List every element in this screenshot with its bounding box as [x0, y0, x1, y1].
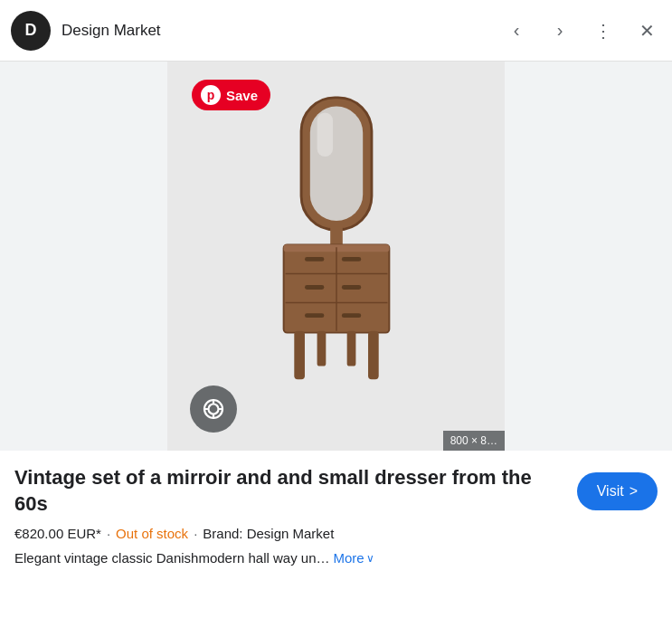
product-title-row: Vintage set of a mirroir and and small d… [14, 465, 658, 517]
svg-rect-11 [304, 285, 323, 290]
out-of-stock-status: Out of stock [116, 526, 188, 541]
product-description-text: Elegant vintage classic Danishmodern hal… [14, 550, 330, 566]
save-label: Save [226, 88, 258, 103]
meta-dot-2: · [194, 526, 197, 541]
more-link[interactable]: More ∨ [334, 550, 374, 566]
side-panel-right [505, 62, 672, 451]
pinterest-save-button[interactable]: p Save [192, 80, 270, 110]
svg-rect-15 [294, 331, 305, 380]
svg-rect-18 [368, 331, 379, 380]
svg-rect-9 [304, 257, 323, 262]
svg-point-20 [209, 404, 219, 414]
svg-rect-10 [341, 257, 360, 262]
svg-rect-13 [304, 313, 323, 318]
product-brand: Brand: Design Market [203, 526, 334, 541]
site-logo: D [11, 11, 51, 51]
side-panel-left [0, 62, 167, 451]
nav-icons: ‹ › ⋮ ✕ [502, 16, 661, 45]
google-lens-button[interactable] [190, 385, 237, 433]
svg-rect-14 [341, 313, 360, 318]
product-price: €820.00 EUR* [14, 526, 101, 541]
back-button[interactable]: ‹ [502, 16, 531, 45]
lens-icon [201, 396, 226, 422]
svg-rect-17 [346, 331, 355, 366]
svg-rect-12 [341, 285, 360, 290]
product-description-row: Elegant vintage classic Danishmodern hal… [14, 550, 658, 566]
image-size-badge: 800 × 8… [443, 431, 505, 451]
forward-button[interactable]: › [545, 16, 574, 45]
svg-rect-2 [317, 112, 333, 157]
image-container: p Save 800 × 8… [0, 62, 672, 451]
visit-button[interactable]: Visit > [577, 472, 658, 510]
product-info: Vintage set of a mirroir and and small d… [0, 451, 672, 566]
browser-bar: D Design Market ‹ › ⋮ ✕ [0, 0, 672, 62]
close-button[interactable]: ✕ [632, 16, 661, 45]
site-title: Design Market [62, 22, 491, 40]
svg-rect-3 [330, 227, 343, 244]
chevron-down-icon: ∨ [366, 552, 374, 565]
svg-rect-16 [317, 331, 326, 366]
pinterest-logo: p [201, 85, 221, 105]
product-title: Vintage set of a mirroir and and small d… [14, 465, 566, 517]
more-options-button[interactable]: ⋮ [589, 16, 618, 45]
meta-dot-1: · [107, 526, 110, 541]
product-meta: €820.00 EUR* · Out of stock · Brand: Des… [14, 526, 658, 541]
product-image [237, 93, 436, 419]
